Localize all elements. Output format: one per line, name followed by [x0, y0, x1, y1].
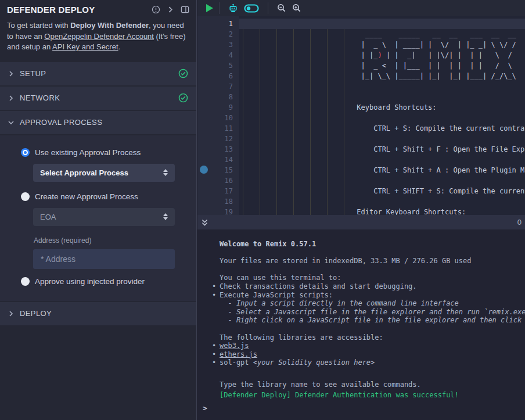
accordion: SETUP NETWORK APPROVAL PROCESS Use exist… [0, 62, 196, 325]
line-number[interactable]: 14 [197, 155, 239, 165]
radio-unselected-icon[interactable] [21, 192, 30, 201]
approval-type-select[interactable]: EOA [33, 208, 175, 226]
radio-injected-provider[interactable]: Approve using injected provider [0, 277, 196, 286]
radio-create-new-approval[interactable]: Create new Approval Process [0, 192, 196, 201]
terminal-line: Execute JavaScript scripts: [220, 291, 525, 300]
chevron-right-icon [8, 311, 20, 317]
code-line[interactable]: CTRL + SHIFT + S: Compile the current co… [239, 186, 525, 196]
code-line[interactable] [239, 19, 525, 29]
remix-ai-robot-icon[interactable] [228, 3, 238, 13]
code-line[interactable]: | _ \ | ____| | \/ | |_ _| \ \/ / [239, 40, 525, 50]
code-line[interactable] [239, 92, 525, 102]
indent-guide [276, 29, 277, 215]
code-line[interactable]: ____ _____ __ __ ___ __ __ [239, 29, 525, 40]
approval-process-select[interactable]: Select Approval Process [33, 164, 175, 182]
code-line[interactable] [239, 81, 525, 92]
radio-unselected-icon[interactable] [21, 277, 30, 286]
intro-text: To get started with Deploy With Defender… [7, 20, 189, 53]
panel-title: DEFENDER DEPLOY [7, 5, 95, 15]
code-line[interactable] [239, 134, 525, 144]
line-number[interactable]: 10 [197, 113, 239, 123]
line-number[interactable]: 11 [197, 123, 239, 134]
terminal-line: sol-gpt <your Solidity question here> [220, 358, 525, 367]
defender-deploy-panel: DEFENDER DEPLOY To get started with Depl… [0, 0, 197, 420]
line-number[interactable]: 16 [197, 175, 239, 186]
terminal-line [220, 265, 525, 274]
zoom-in-icon[interactable] [292, 3, 301, 13]
terminal-line: Welcome to Remix 0.57.1 [220, 240, 525, 249]
terminal-line: Type the library name to see available c… [220, 380, 525, 389]
address-label: Address (required) [34, 236, 196, 245]
check-circle-icon [178, 69, 188, 78]
code-line[interactable]: |_| \_\ |_____| |_| |_| |___| /_/\_\ [239, 71, 525, 81]
code-line[interactable] [239, 155, 525, 165]
terminal-line: ethers.js [220, 350, 525, 359]
radio-use-existing-approval[interactable]: Use existing Approval Process [0, 148, 196, 157]
ai-copilot-toggle-icon[interactable] [244, 4, 259, 13]
code-lines[interactable]: ____ _____ __ __ ___ __ __ | _ \ | ____|… [239, 16, 525, 215]
radio-selected-icon[interactable] [21, 148, 30, 157]
line-number[interactable]: 5 [197, 60, 239, 71]
editor-gutter[interactable]: 12345678910111213141516171819 [197, 16, 239, 215]
terminal-line: The following libraries are accessible: [220, 333, 525, 342]
toolbar-divider [268, 2, 268, 14]
terminal-line: Your files are stored in indexedDB, 33.3… [220, 257, 525, 265]
run-script-play-icon[interactable] [206, 4, 213, 12]
line-number[interactable]: 17 [197, 186, 239, 196]
code-line[interactable]: CTRL + Shift + F : Open the File Explore… [239, 144, 525, 155]
line-number[interactable]: 18 [197, 196, 239, 207]
line-number[interactable]: 2 [197, 29, 239, 40]
terminal-collapse-icon[interactable] [201, 218, 208, 227]
code-line[interactable] [239, 113, 525, 123]
terminal-line: [Defender Deploy] Defender Authenticatio… [220, 391, 525, 400]
check-circle-icon [178, 93, 188, 103]
issue-circle-icon[interactable] [152, 5, 160, 14]
code-line[interactable] [239, 175, 525, 186]
toolbar-divider [219, 2, 220, 14]
line-number[interactable]: 12 [197, 134, 239, 144]
collapse-panel-chevron-icon[interactable] [167, 6, 174, 13]
code-line[interactable]: Editor Keyboard Shortcuts: [239, 207, 525, 215]
line-number[interactable]: 9 [197, 102, 239, 113]
indent-guide [293, 29, 294, 215]
code-line[interactable]: CTRL + S: Compile the current contract [239, 123, 525, 134]
section-approval-process[interactable]: APPROVAL PROCESS [0, 111, 196, 134]
line-number[interactable]: 19 [197, 207, 239, 215]
code-editor[interactable]: 12345678910111213141516171819 ____ _____… [197, 16, 525, 215]
terminal-listen-badge: 0 [517, 218, 522, 227]
code-line[interactable]: CTRL + Shift + A : Open the Plugin Manag… [239, 165, 525, 175]
line-number[interactable]: 3 [197, 40, 239, 50]
terminal-line: - Select a Javascript file in the file e… [220, 308, 525, 317]
line-number[interactable]: 6 [197, 71, 239, 81]
indent-guide [310, 29, 311, 215]
address-input[interactable] [33, 249, 175, 269]
line-number[interactable]: 13 [197, 144, 239, 155]
line-number[interactable]: 8 [197, 92, 239, 102]
terminal-line [220, 249, 525, 257]
approval-process-form: Use existing Approval Process Select App… [0, 135, 196, 301]
section-network[interactable]: NETWORK [0, 87, 196, 110]
indent-guide [260, 29, 260, 215]
indent-guide [327, 29, 328, 215]
indent-guide [243, 29, 243, 215]
terminal-line: - Right click on a JavaScript file in th… [220, 316, 525, 325]
code-line[interactable] [239, 196, 525, 207]
code-line[interactable]: | _ < | |___ | | | | | | / \ [239, 60, 525, 71]
remix-ide-window: DEFENDER DEPLOY To get started with Depl… [0, 0, 525, 420]
api-key-secret-link[interactable]: API Key and Secret [52, 42, 118, 51]
section-setup[interactable]: SETUP [0, 62, 196, 85]
terminal-header: 0 [197, 215, 525, 229]
terminal[interactable]: Welcome to Remix 0.57.1 Your files are s… [197, 229, 525, 420]
select-arrows-icon [163, 213, 168, 220]
zoom-out-icon[interactable] [277, 3, 286, 13]
code-line[interactable]: Keyboard Shortcuts: [239, 102, 525, 113]
line-number[interactable]: 4 [197, 50, 239, 60]
terminal-prompt[interactable]: > [197, 400, 525, 413]
openzeppelin-account-link[interactable]: OpenZeppelin Defender Account [44, 32, 154, 41]
line-number[interactable]: 1 [197, 19, 239, 29]
layout-columns-icon[interactable] [181, 5, 189, 14]
code-line[interactable]: | |_) | | _| | |\/| | | | \ / [239, 50, 525, 60]
section-deploy[interactable]: DEPLOY [0, 302, 196, 325]
breakpoint-dot[interactable] [200, 166, 208, 174]
line-number[interactable]: 7 [197, 81, 239, 92]
